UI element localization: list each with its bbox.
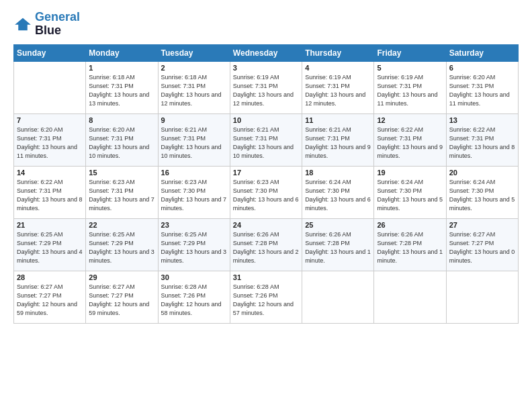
day-number: 16 [161, 169, 227, 177]
calendar-cell: 14Sunrise: 6:22 AMSunset: 7:31 PMDayligh… [14, 166, 86, 218]
calendar-cell: 26Sunrise: 6:26 AMSunset: 7:28 PMDayligh… [374, 218, 446, 271]
day-number: 18 [305, 169, 371, 177]
calendar-table: SundayMondayTuesdayWednesdayThursdayFrid… [13, 44, 519, 324]
day-number: 3 [233, 64, 299, 72]
day-detail: Sunrise: 6:19 AMSunset: 7:31 PMDaylight:… [377, 73, 443, 108]
calendar-cell: 5Sunrise: 6:19 AMSunset: 7:31 PMDaylight… [374, 61, 446, 113]
day-detail: Sunrise: 6:21 AMSunset: 7:31 PMDaylight:… [305, 126, 371, 161]
calendar-cell [446, 271, 518, 323]
day-number: 11 [305, 116, 371, 124]
calendar-cell: 9Sunrise: 6:21 AMSunset: 7:31 PMDaylight… [158, 113, 230, 166]
day-detail: Sunrise: 6:22 AMSunset: 7:31 PMDaylight:… [377, 126, 443, 161]
day-detail: Sunrise: 6:19 AMSunset: 7:31 PMDaylight:… [305, 73, 371, 108]
day-detail: Sunrise: 6:25 AMSunset: 7:29 PMDaylight:… [17, 230, 83, 265]
calendar-cell: 13Sunrise: 6:22 AMSunset: 7:31 PMDayligh… [446, 113, 518, 166]
day-number: 6 [449, 64, 515, 72]
day-number: 24 [233, 221, 299, 229]
calendar-cell: 17Sunrise: 6:23 AMSunset: 7:30 PMDayligh… [230, 166, 302, 218]
calendar-cell [374, 271, 446, 323]
calendar-cell: 30Sunrise: 6:28 AMSunset: 7:26 PMDayligh… [158, 271, 230, 323]
calendar-cell: 1Sunrise: 6:18 AMSunset: 7:31 PMDaylight… [86, 61, 158, 113]
day-detail: Sunrise: 6:23 AMSunset: 7:31 PMDaylight:… [89, 178, 154, 213]
calendar-cell: 16Sunrise: 6:23 AMSunset: 7:30 PMDayligh… [158, 166, 230, 218]
calendar-cell: 31Sunrise: 6:28 AMSunset: 7:26 PMDayligh… [230, 271, 302, 323]
calendar-cell: 21Sunrise: 6:25 AMSunset: 7:29 PMDayligh… [14, 218, 86, 271]
page-container: GeneralBlue SundayMondayTuesdayWednesday… [0, 0, 532, 330]
calendar-week-row: 28Sunrise: 6:27 AMSunset: 7:27 PMDayligh… [14, 271, 519, 323]
day-number: 31 [233, 273, 299, 281]
day-detail: Sunrise: 6:26 AMSunset: 7:28 PMDaylight:… [305, 230, 371, 265]
day-number: 20 [449, 169, 515, 177]
calendar-cell: 20Sunrise: 6:24 AMSunset: 7:30 PMDayligh… [446, 166, 518, 218]
calendar-cell [302, 271, 374, 323]
logo: GeneralBlue [13, 11, 80, 38]
day-number: 26 [377, 221, 443, 229]
day-number: 22 [89, 221, 154, 229]
day-number: 23 [161, 221, 227, 229]
day-number: 28 [17, 273, 83, 281]
day-number: 1 [89, 64, 154, 72]
logo-text: GeneralBlue [35, 11, 80, 38]
day-detail: Sunrise: 6:23 AMSunset: 7:30 PMDaylight:… [161, 178, 227, 213]
day-detail: Sunrise: 6:19 AMSunset: 7:31 PMDaylight:… [233, 73, 299, 108]
calendar-cell: 2Sunrise: 6:18 AMSunset: 7:31 PMDaylight… [158, 61, 230, 113]
calendar-cell: 18Sunrise: 6:24 AMSunset: 7:30 PMDayligh… [302, 166, 374, 218]
day-detail: Sunrise: 6:28 AMSunset: 7:26 PMDaylight:… [233, 283, 299, 318]
day-number: 4 [305, 64, 371, 72]
day-number: 29 [89, 273, 154, 281]
day-detail: Sunrise: 6:28 AMSunset: 7:26 PMDaylight:… [161, 283, 227, 318]
calendar-week-row: 1Sunrise: 6:18 AMSunset: 7:31 PMDaylight… [14, 61, 519, 113]
day-number: 8 [89, 116, 154, 124]
day-number: 2 [161, 64, 227, 72]
day-detail: Sunrise: 6:24 AMSunset: 7:30 PMDaylight:… [449, 178, 515, 213]
day-detail: Sunrise: 6:20 AMSunset: 7:31 PMDaylight:… [449, 73, 515, 108]
calendar-cell: 22Sunrise: 6:25 AMSunset: 7:29 PMDayligh… [86, 218, 158, 271]
header: GeneralBlue [13, 11, 519, 38]
day-detail: Sunrise: 6:18 AMSunset: 7:31 PMDaylight:… [161, 73, 227, 108]
day-detail: Sunrise: 6:25 AMSunset: 7:29 PMDaylight:… [161, 230, 227, 265]
calendar-cell: 8Sunrise: 6:20 AMSunset: 7:31 PMDaylight… [86, 113, 158, 166]
day-number: 9 [161, 116, 227, 124]
calendar-week-row: 14Sunrise: 6:22 AMSunset: 7:31 PMDayligh… [14, 166, 519, 218]
day-detail: Sunrise: 6:24 AMSunset: 7:30 PMDaylight:… [305, 178, 371, 213]
day-detail: Sunrise: 6:22 AMSunset: 7:31 PMDaylight:… [17, 178, 83, 213]
calendar-cell: 11Sunrise: 6:21 AMSunset: 7:31 PMDayligh… [302, 113, 374, 166]
day-number: 17 [233, 169, 299, 177]
calendar-cell [14, 61, 86, 113]
day-detail: Sunrise: 6:27 AMSunset: 7:27 PMDaylight:… [17, 283, 83, 318]
day-detail: Sunrise: 6:24 AMSunset: 7:30 PMDaylight:… [377, 178, 443, 213]
day-detail: Sunrise: 6:21 AMSunset: 7:31 PMDaylight:… [161, 126, 227, 161]
day-detail: Sunrise: 6:23 AMSunset: 7:30 PMDaylight:… [233, 178, 299, 213]
day-number: 7 [17, 116, 83, 124]
day-detail: Sunrise: 6:20 AMSunset: 7:31 PMDaylight:… [89, 126, 154, 161]
day-number: 10 [233, 116, 299, 124]
day-number: 27 [449, 221, 515, 229]
day-number: 19 [377, 169, 443, 177]
calendar-week-row: 7Sunrise: 6:20 AMSunset: 7:31 PMDaylight… [14, 113, 519, 166]
day-detail: Sunrise: 6:27 AMSunset: 7:27 PMDaylight:… [449, 230, 515, 265]
header-cell-thursday: Thursday [302, 44, 374, 61]
calendar-cell: 28Sunrise: 6:27 AMSunset: 7:27 PMDayligh… [14, 271, 86, 323]
day-detail: Sunrise: 6:26 AMSunset: 7:28 PMDaylight:… [377, 230, 443, 265]
day-detail: Sunrise: 6:22 AMSunset: 7:31 PMDaylight:… [449, 126, 515, 161]
header-cell-wednesday: Wednesday [230, 44, 302, 61]
calendar-cell: 12Sunrise: 6:22 AMSunset: 7:31 PMDayligh… [374, 113, 446, 166]
calendar-cell: 3Sunrise: 6:19 AMSunset: 7:31 PMDaylight… [230, 61, 302, 113]
calendar-cell: 23Sunrise: 6:25 AMSunset: 7:29 PMDayligh… [158, 218, 230, 271]
day-number: 13 [449, 116, 515, 124]
calendar-cell: 27Sunrise: 6:27 AMSunset: 7:27 PMDayligh… [446, 218, 518, 271]
calendar-cell: 25Sunrise: 6:26 AMSunset: 7:28 PMDayligh… [302, 218, 374, 271]
calendar-cell: 29Sunrise: 6:27 AMSunset: 7:27 PMDayligh… [86, 271, 158, 323]
day-number: 5 [377, 64, 443, 72]
day-number: 12 [377, 116, 443, 124]
calendar-cell: 24Sunrise: 6:26 AMSunset: 7:28 PMDayligh… [230, 218, 302, 271]
logo-icon [13, 17, 32, 32]
header-cell-tuesday: Tuesday [158, 44, 230, 61]
day-number: 21 [17, 221, 83, 229]
day-detail: Sunrise: 6:27 AMSunset: 7:27 PMDaylight:… [89, 283, 154, 318]
calendar-week-row: 21Sunrise: 6:25 AMSunset: 7:29 PMDayligh… [14, 218, 519, 271]
calendar-cell: 6Sunrise: 6:20 AMSunset: 7:31 PMDaylight… [446, 61, 518, 113]
calendar-cell: 10Sunrise: 6:21 AMSunset: 7:31 PMDayligh… [230, 113, 302, 166]
day-detail: Sunrise: 6:25 AMSunset: 7:29 PMDaylight:… [89, 230, 154, 265]
day-number: 14 [17, 169, 83, 177]
